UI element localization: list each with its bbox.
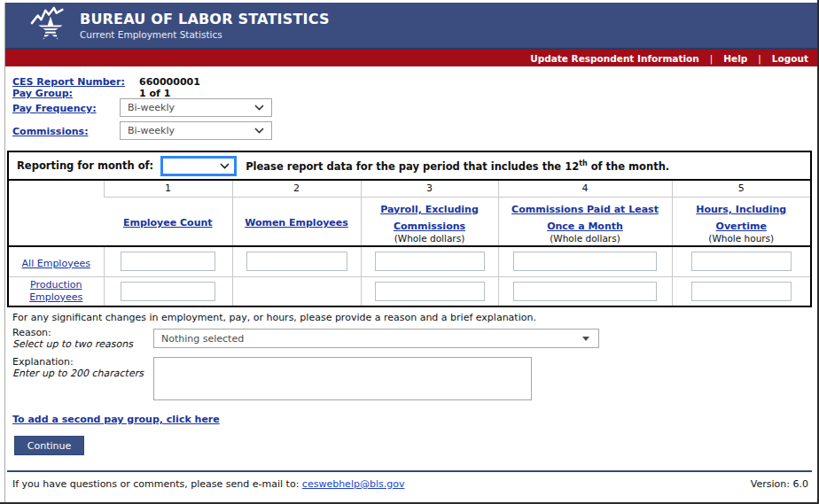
production-employees-count-input[interactable] — [121, 282, 215, 301]
explanation-textarea[interactable] — [153, 357, 532, 400]
header-banner: BUREAU OF LABOR STATISTICS Current Emplo… — [5, 3, 817, 50]
column-header-unit: (Whole dollars) — [503, 233, 668, 244]
all-employees-hours-input[interactable] — [691, 252, 792, 271]
reporting-month-label: Reporting for month of: — [17, 159, 153, 172]
column-header-hours[interactable]: Hours, Including Overtime — [696, 204, 786, 232]
nav-help-link[interactable]: Help — [723, 53, 747, 64]
column-number: 1 — [104, 180, 232, 197]
explanation-label: Explanation: — [12, 356, 74, 368]
pay-period-note: Please report data for the pay period th… — [246, 159, 669, 173]
all-employees-women-input[interactable] — [246, 252, 347, 271]
column-number: 2 — [232, 180, 361, 197]
support-email-link[interactable]: ceswebhelp@bls.gov — [302, 478, 405, 490]
ces-report-number-value: 660000001 — [139, 76, 200, 88]
commissions-label[interactable]: Commissions: — [12, 126, 89, 137]
page-title: BUREAU OF LABOR STATISTICS — [80, 11, 330, 27]
reason-hint: Select up to two reasons — [12, 338, 133, 350]
nav-logout-link[interactable]: Logout — [772, 53, 808, 64]
chevron-down-icon — [254, 105, 264, 111]
continue-button[interactable]: Continue — [14, 436, 84, 455]
reason-select[interactable]: Nothing selected — [153, 329, 599, 348]
pay-group-label[interactable]: Pay Group: — [12, 88, 73, 99]
significant-changes-note: For any significant changes in employmen… — [12, 312, 536, 323]
commissions-select[interactable]: Bi-weekly — [120, 121, 272, 140]
bls-logo-icon — [30, 6, 71, 45]
footer-help-text: If you have questions or comments, pleas… — [12, 478, 404, 490]
chevron-down-icon — [220, 163, 230, 169]
pay-frequency-value: Bi-weekly — [128, 102, 175, 113]
nav-separator: | — [758, 53, 761, 64]
row-label-all-employees[interactable]: All Employees — [22, 258, 90, 270]
app-window: BUREAU OF LABOR STATISTICS Current Emplo… — [0, 0, 819, 504]
explanation-hint: Enter up to 200 characters — [12, 368, 144, 379]
add-second-pay-group-link[interactable]: To add a second pay group, click here — [12, 414, 220, 425]
commissions-value: Bi-weekly — [128, 125, 175, 136]
footer-divider — [7, 470, 812, 472]
top-nav-bar: Update Respondent Information | Help | L… — [5, 50, 817, 66]
production-employees-hours-input[interactable] — [691, 282, 792, 301]
chevron-down-icon — [254, 128, 264, 134]
pay-frequency-select[interactable]: Bi-weekly — [120, 98, 272, 117]
version-label: Version: 6.0 — [751, 478, 808, 490]
reporting-table: Reporting for month of: Please report da… — [7, 151, 812, 307]
reporting-month-select[interactable] — [160, 156, 237, 176]
nav-update-respondent-link[interactable]: Update Respondent Information — [530, 53, 699, 64]
caret-down-icon — [582, 337, 589, 341]
table-corner-cell — [8, 180, 104, 246]
page-subtitle: Current Employment Statistics — [80, 29, 330, 40]
reason-label: Reason: — [12, 327, 51, 338]
reason-value: Nothing selected — [161, 333, 244, 345]
nav-separator: | — [710, 53, 714, 64]
column-header-unit: (Whole dollars) — [365, 233, 495, 244]
column-header-unit: (Whole hours) — [676, 233, 807, 244]
production-women-empty-cell — [232, 276, 361, 306]
column-header-commissions[interactable]: Commissions Paid at Least Once a Month — [511, 204, 659, 232]
column-header-women-employees[interactable]: Women Employees — [245, 217, 348, 229]
pay-frequency-label[interactable]: Pay Frequency: — [12, 103, 97, 114]
production-employees-payroll-input[interactable] — [375, 282, 485, 301]
all-employees-commissions-input[interactable] — [513, 252, 657, 271]
column-header-payroll[interactable]: Payroll, Excluding Commissions — [380, 204, 479, 232]
all-employees-payroll-input[interactable] — [375, 252, 485, 271]
column-number: 3 — [361, 180, 498, 197]
all-employees-count-input[interactable] — [121, 252, 215, 271]
column-header-employee-count[interactable]: Employee Count — [123, 217, 213, 229]
report-info-section: CES Report Number: 660000001 Pay Group: … — [5, 76, 812, 147]
column-number: 5 — [672, 180, 811, 197]
row-label-production-employees[interactable]: Production Employees — [9, 279, 104, 305]
ces-report-number-label[interactable]: CES Report Number: — [12, 76, 125, 88]
production-employees-commissions-input[interactable] — [513, 282, 657, 301]
column-number: 4 — [498, 180, 672, 197]
